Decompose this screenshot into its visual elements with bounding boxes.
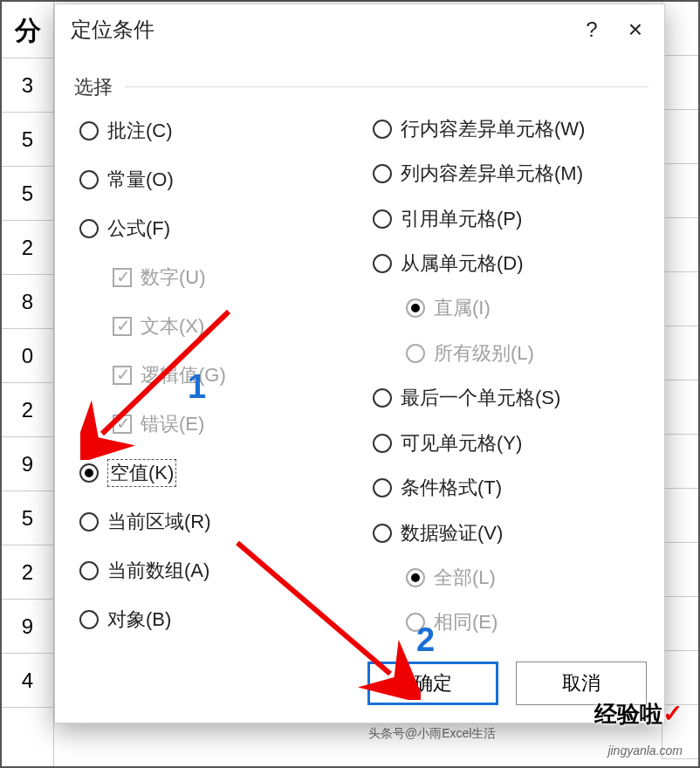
checkbox-errors: 错误(E) [79,401,355,448]
radio-row-diff[interactable]: 行内容差异单元格(W) [373,107,649,150]
checkbox-logical: 逻辑值(G) [79,352,355,399]
sheet-cell: 2 [2,383,53,437]
radio-direct: 直属(I) [373,287,649,330]
radio-icon [406,344,425,363]
watermark-brand: 经验啦✓ [594,699,683,730]
radio-all: 全部(L) [373,556,649,599]
radio-icon [79,121,99,141]
group-label: 选择 [71,74,116,100]
radio-icon [373,254,392,273]
sheet-cell: 3 [2,58,53,113]
radio-same: 相同(E) [373,601,649,644]
radio-icon [79,561,99,580]
close-button[interactable]: × [614,16,657,44]
sheet-right-rail [662,2,698,766]
sheet-header: 分 [2,2,53,58]
checkbox-icon [113,366,132,385]
watermark-site: jingyanla.com [607,744,683,758]
radio-col-diff[interactable]: 列内容差异单元格(M) [373,152,649,195]
radio-icon [373,209,392,229]
radio-formulas[interactable]: 公式(F) [79,205,355,252]
radio-icon [373,164,392,183]
radio-comments[interactable]: 批注(C) [79,107,355,154]
radio-icon [373,524,392,543]
checkbox-icon [113,415,132,434]
radio-icon [79,170,99,189]
dialog-titlebar: 定位条件 ? × [55,4,664,55]
radio-icon [373,434,392,453]
sheet-left-column: 分 3 5 5 2 8 0 2 9 5 2 9 4 [2,2,54,766]
radio-constants[interactable]: 常量(O) [79,156,355,203]
radio-conditional-format[interactable]: 条件格式(T) [373,466,649,509]
sheet-cell: 0 [2,329,53,383]
dialog-title: 定位条件 [71,16,570,44]
sheet-cell: 2 [2,221,53,275]
radio-dependents[interactable]: 从属单元格(D) [373,242,649,285]
watermark-author: 头条号@小雨Excel生活 [368,726,496,742]
radio-icon [373,478,392,497]
radio-icon [79,219,99,238]
radio-data-validation[interactable]: 数据验证(V) [373,511,649,554]
radio-icon [373,388,392,408]
ok-button[interactable]: 确定 [367,662,498,705]
radio-icon [79,512,99,531]
radio-icon [79,463,99,483]
sheet-cell: 9 [2,437,53,491]
checkbox-numbers: 数字(U) [79,254,355,301]
radio-icon [79,610,99,629]
goto-special-dialog: 定位条件 ? × 选择 批注(C) 常量(O) 公式(F) [54,3,665,723]
checkbox-icon [113,268,132,287]
sheet-cell: 5 [2,167,53,221]
sheet-cell: 9 [2,600,53,654]
radio-icon [406,298,425,318]
radio-last-cell[interactable]: 最后一个单元格(S) [373,377,649,420]
sheet-cell: 5 [2,491,53,545]
group-divider [125,86,649,87]
radio-precedents[interactable]: 引用单元格(P) [373,197,649,240]
annotation-number-2: 2 [416,621,435,659]
radio-current-region[interactable]: 当前区域(R) [79,498,355,545]
radio-blanks[interactable]: 空值(K) [79,449,355,497]
radio-all-levels: 所有级别(L) [373,332,649,374]
sheet-cell: 4 [2,654,53,708]
radio-icon [406,568,425,587]
checkbox-text: 文本(X) [79,303,355,350]
radio-visible-cells[interactable]: 可见单元格(Y) [373,422,649,464]
sheet-cell: 2 [2,545,53,600]
help-button[interactable]: ? [570,17,614,42]
sheet-cell: 8 [2,275,53,329]
radio-current-array[interactable]: 当前数组(A) [79,547,355,594]
checkbox-icon [113,317,132,336]
options-left-column: 批注(C) 常量(O) 公式(F) 数字(U) 文本(X) [79,107,364,644]
options-right-column: 行内容差异单元格(W) 列内容差异单元格(M) 引用单元格(P) 从属单元格(D… [364,107,649,644]
sheet-cell: 5 [2,113,53,167]
annotation-number-1: 1 [188,368,206,406]
radio-icon [373,120,392,139]
radio-objects[interactable]: 对象(B) [79,596,355,643]
